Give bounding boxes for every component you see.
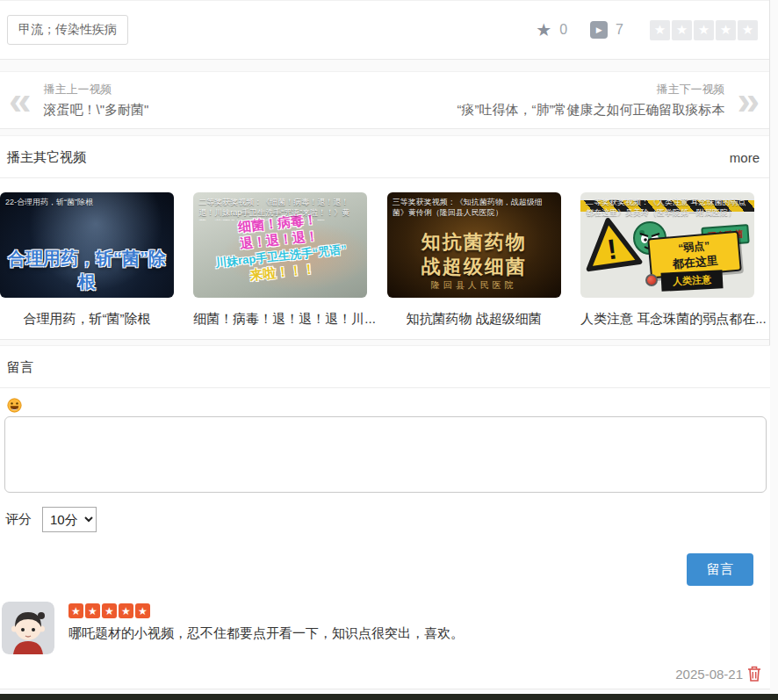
red-button-icon	[645, 274, 658, 286]
video-thumbnail-1[interactable]: 22-合理用药，斩“菌”除根 合理用药，斩“菌”除根	[0, 192, 174, 298]
rating-row: 评分 10分	[5, 507, 770, 532]
comment-textarea[interactable]	[4, 416, 767, 493]
next-chevron-icon: »	[737, 83, 760, 118]
rating-star-empty[interactable]: ★	[672, 20, 692, 40]
thumb1-overlay-main: 合理用药，斩“菌”除根	[0, 247, 174, 294]
other-videos-title: 播主其它视频	[7, 149, 86, 166]
prev-video-label: 播主上一视频	[44, 82, 149, 97]
next-video-title[interactable]: “痰”吐得体，“肺”常健康之如何正确留取痰标本	[457, 102, 724, 119]
video-caption-1[interactable]: 合理用药，斩“菌”除根	[0, 311, 174, 328]
more-link[interactable]: more	[730, 150, 760, 165]
filled-star-icon: ★	[135, 603, 150, 618]
rating-label: 评分	[5, 511, 32, 528]
filled-star-icon: ★	[119, 603, 133, 618]
video-prev-next-nav: « 播主上一视频 滚蛋吧！\"多耐菌" 播主下一视频 “痰”吐得体，“肺”常健康…	[0, 71, 770, 129]
video-thumbnail-4[interactable]: 二等奖获奖视频：《人类注意 耳念珠菌的弱点都在这里》吴美玲（医学院第一附属医院）…	[580, 192, 754, 298]
prev-video-title[interactable]: 滚蛋吧！\"多耐菌"	[44, 102, 149, 119]
thumb3-overlay-bottom: 隆回县人民医院	[387, 279, 561, 292]
video-thumbnail-3[interactable]: 三等奖获奖视频：《知抗菌药物，战超级细菌》黄伶俐（隆回县人民医院） 知抗菌药物 …	[387, 192, 561, 298]
thumb4-bottom-banner: 人类注意	[660, 270, 723, 292]
video-item[interactable]: 三等奖获奖视频：《知抗菌药物，战超级细菌》黄伶俐（隆回县人民医院） 知抗菌药物 …	[387, 192, 561, 328]
rating-select[interactable]: 10分	[42, 507, 97, 532]
comments-title: 留言	[0, 346, 770, 388]
emoji-smiley-icon[interactable]	[7, 398, 22, 413]
video-item[interactable]: 二等奖获奖视频：《人类注意 耳念珠菌的弱点都在这里》吴美玲（医学院第一附属医院）…	[580, 192, 754, 328]
comment-star-rating: ★ ★ ★ ★ ★	[68, 603, 464, 618]
comment-text: 哪吒题材的小视频，忍不住都要点开看一下，知识点很突出，喜欢。	[68, 625, 464, 642]
comment-date: 2025-08-21	[675, 667, 743, 682]
rating-star-empty[interactable]: ★	[694, 20, 714, 40]
submit-comment-button[interactable]: 留言	[687, 553, 753, 586]
thumb1-overlay-top: 22-合理用药，斩“菌”除根	[0, 192, 174, 212]
play-count: 7	[616, 22, 623, 38]
prev-chevron-icon: «	[9, 83, 32, 118]
video-stats: ★ 0 ▶ 7 ★ ★ ★ ★ ★	[536, 19, 758, 40]
favorite-count: 0	[559, 22, 567, 38]
filled-star-icon: ★	[85, 603, 100, 618]
play-count-icon: ▶	[590, 21, 608, 39]
other-videos-section: 播主其它视频 more 22-合理用药，斩“菌”除根 合理用药，斩“菌”除根 合…	[0, 135, 770, 340]
star-rating-widget[interactable]: ★ ★ ★ ★ ★	[650, 20, 758, 40]
delete-trash-icon[interactable]	[747, 666, 761, 682]
emoji-picker-row	[7, 398, 770, 414]
rating-star-empty[interactable]: ★	[650, 20, 670, 40]
video-caption-3[interactable]: 知抗菌药物 战超级细菌	[387, 311, 561, 328]
filled-star-icon: ★	[102, 603, 117, 618]
page-footer-bar	[0, 694, 778, 700]
thumb3-overlay-main: 知抗菌药物 战超级细菌	[387, 230, 561, 278]
thumb4-overlay-top: 二等奖获奖视频：《人类注意 耳念珠菌的弱点都在这里》吴美玲（医学院第一附属医院）	[580, 192, 754, 220]
video-thumbnail-row: 22-合理用药，斩“菌”除根 合理用药，斩“菌”除根 合理用药，斩“菌”除根 二…	[0, 178, 770, 328]
filled-star-icon: ★	[68, 603, 83, 618]
video-caption-4[interactable]: 人类注意 耳念珠菌的弱点都在...	[580, 311, 754, 328]
comments-section: 留言 评分 10分 留言	[0, 345, 770, 689]
comment-item: ★ ★ ★ ★ ★ 哪吒题材的小视频，忍不住都要点开看一下，知识点很突出，喜欢。	[2, 602, 770, 654]
next-video-label: 播主下一视频	[457, 82, 724, 97]
thumb3-line1: 知抗菌药物	[387, 230, 561, 255]
prev-video-link[interactable]: « 播主上一视频 滚蛋吧！\"多耐菌"	[9, 82, 148, 119]
rating-star-empty[interactable]: ★	[738, 20, 758, 40]
next-video-link[interactable]: 播主下一视频 “痰”吐得体，“肺”常健康之如何正确留取痰标本 »	[457, 82, 760, 119]
video-item[interactable]: 二等奖获奖视频：《细菌！病毒！退！退！退！川妹rap手卫生洗手“咒语”来啦！！》…	[193, 192, 367, 328]
video-meta-bar: 甲流；传染性疾病 ★ 0 ▶ 7 ★ ★ ★ ★ ★	[0, 0, 770, 60]
topic-tag[interactable]: 甲流；传染性疾病	[7, 15, 128, 45]
video-item[interactable]: 22-合理用药，斩“菌”除根 合理用药，斩“菌”除根 合理用药，斩“菌”除根	[0, 192, 174, 328]
thumb2-overlay-top: 二等奖获奖视频：《细菌！病毒！退！退！退！川妹rap手卫生洗手“咒语”来啦！！》…	[193, 192, 367, 220]
thumb3-overlay-top: 三等奖获奖视频：《知抗菌药物，战超级细菌》黄伶俐（隆回县人民医院）	[387, 192, 561, 220]
favorite-star-icon: ★	[536, 19, 551, 40]
rating-star-empty[interactable]: ★	[716, 20, 736, 40]
video-caption-2[interactable]: 细菌！病毒！退！退！退！川...	[193, 311, 367, 328]
other-videos-header: 播主其它视频 more	[0, 136, 770, 178]
thumb3-line2: 战超级细菌	[387, 255, 561, 279]
video-thumbnail-2[interactable]: 二等奖获奖视频：《细菌！病毒！退！退！退！川妹rap手卫生洗手“咒语”来啦！！》…	[193, 192, 367, 298]
commenter-avatar	[2, 602, 54, 654]
